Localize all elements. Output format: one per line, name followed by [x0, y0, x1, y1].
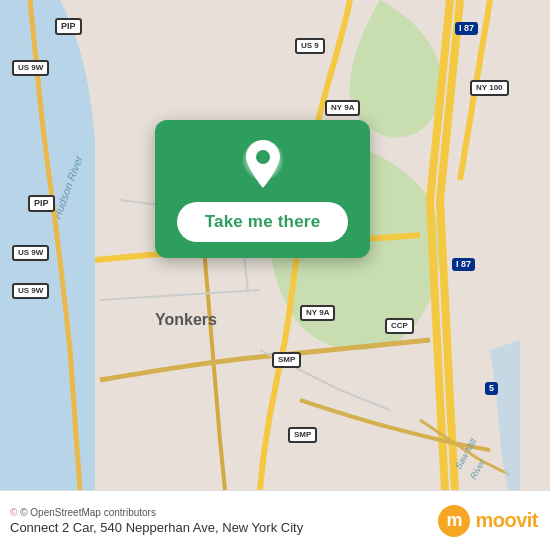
- badge-us9w-bot: US 9W: [12, 283, 49, 299]
- take-me-there-button[interactable]: Take me there: [177, 202, 349, 242]
- moovit-text: moovit: [475, 509, 538, 532]
- badge-ny9a-mid: NY 9A: [300, 305, 335, 321]
- moovit-icon: m: [438, 505, 470, 537]
- bottom-info: © © OpenStreetMap contributors Connect 2…: [10, 507, 303, 535]
- svg-text:Yonkers: Yonkers: [155, 311, 217, 328]
- badge-ny9a-top: NY 9A: [325, 100, 360, 116]
- badge-smp-1: SMP: [272, 352, 301, 368]
- badge-ny100: NY 100: [470, 80, 509, 96]
- map-area: Hudson River Yonkers Saw: [0, 0, 550, 490]
- bottom-bar: © © OpenStreetMap contributors Connect 2…: [0, 490, 550, 550]
- badge-i87-mid: I 87: [452, 258, 475, 271]
- location-popup: Take me there: [155, 120, 370, 258]
- osm-credit: © © OpenStreetMap contributors: [10, 507, 303, 518]
- badge-i87-top: I 87: [455, 22, 478, 35]
- location-pin-icon: [241, 138, 285, 192]
- badge-pip-mid: PIP: [28, 195, 55, 212]
- badge-pip-top: PIP: [55, 18, 82, 35]
- badge-us9w-top: US 9W: [12, 60, 49, 76]
- badge-5-bot: 5: [485, 382, 498, 395]
- badge-us9w-mid: US 9W: [12, 245, 49, 261]
- svg-point-8: [256, 150, 270, 164]
- location-label: Connect 2 Car, 540 Nepperhan Ave, New Yo…: [10, 520, 303, 535]
- badge-us9-mid: US 9: [295, 38, 325, 54]
- badge-ccp: CCP: [385, 318, 414, 334]
- badge-smp-2: SMP: [288, 427, 317, 443]
- moovit-logo: m moovit: [438, 505, 538, 537]
